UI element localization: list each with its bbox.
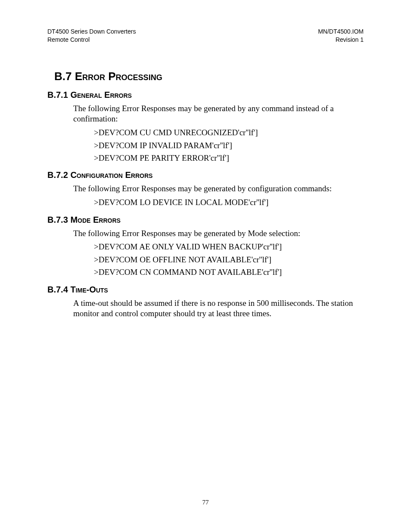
- page-header: DT4500 Series Down Converters Remote Con…: [47, 28, 364, 44]
- section-title: General Errors: [70, 90, 132, 100]
- section-number: B.7.1: [47, 90, 68, 100]
- section-heading: B.7.1 General Errors: [47, 90, 364, 100]
- error-response-line: >DEV?COM CU CMD UNRECOGNIZED'cr''lf']: [94, 126, 364, 139]
- error-response-line: >DEV?COM LO DEVICE IN LOCAL MODE'cr''lf'…: [94, 196, 364, 208]
- section-title: Configuration Errors: [70, 170, 153, 180]
- section-configuration-errors: B.7.2 Configuration Errors The following…: [47, 170, 364, 208]
- header-left-line1: DT4500 Series Down Converters: [47, 28, 136, 36]
- main-heading-number: B.7: [54, 70, 72, 83]
- header-right: MN/DT4500.IOM Revision 1: [318, 28, 364, 44]
- page-content: DT4500 Series Down Converters Remote Con…: [0, 0, 411, 319]
- section-heading: B.7.4 Time-Outs: [47, 285, 364, 295]
- section-time-outs: B.7.4 Time-Outs A time-out should be ass…: [47, 285, 364, 319]
- section-heading: B.7.3 Mode Errors: [47, 215, 364, 225]
- section-heading: B.7.2 Configuration Errors: [47, 170, 364, 180]
- section-mode-errors: B.7.3 Mode Errors The following Error Re…: [47, 215, 364, 279]
- section-intro: The following Error Responses may be gen…: [73, 103, 364, 124]
- section-number: B.7.3: [47, 215, 68, 224]
- main-heading: B.7 Error Processing: [54, 70, 364, 83]
- header-left: DT4500 Series Down Converters Remote Con…: [47, 28, 136, 44]
- section-number: B.7.4: [47, 285, 68, 294]
- section-title: Time-Outs: [70, 285, 108, 294]
- section-intro: The following Error Responses may be gen…: [73, 228, 364, 239]
- main-heading-title: Error Processing: [75, 70, 162, 83]
- error-response-line: >DEV?COM PE PARITY ERROR'cr''lf']: [94, 152, 364, 164]
- section-number: B.7.2: [47, 170, 68, 180]
- error-response-line: >DEV?COM AE ONLY VALID WHEN BACKUP'cr''l…: [94, 240, 364, 253]
- error-response-line: >DEV?COM CN COMMAND NOT AVAILABLE'cr''lf…: [94, 266, 364, 278]
- section-general-errors: B.7.1 General Errors The following Error…: [47, 90, 364, 165]
- header-right-line2: Revision 1: [318, 36, 364, 44]
- page-number: 77: [0, 499, 411, 506]
- error-response-line: >DEV?COM OE OFFLINE NOT AVAILABLE'cr''lf…: [94, 253, 364, 266]
- section-title: Mode Errors: [70, 215, 120, 224]
- error-response-line: >DEV?COM IP INVALID PARAM'cr''lf']: [94, 139, 364, 152]
- header-right-line1: MN/DT4500.IOM: [318, 28, 364, 36]
- section-intro: The following Error Responses may be gen…: [73, 184, 364, 194]
- section-intro: A time-out should be assumed if there is…: [73, 298, 364, 319]
- header-left-line2: Remote Control: [47, 36, 136, 44]
